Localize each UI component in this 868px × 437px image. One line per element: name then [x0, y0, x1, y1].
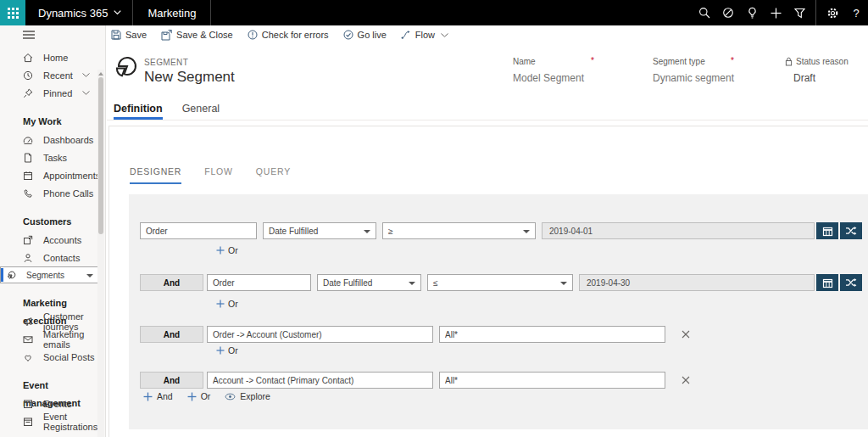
sidebar-item-accounts[interactable]: Accounts [0, 231, 105, 249]
document-icon [23, 153, 33, 163]
chevron-down-icon [82, 73, 90, 77]
attribute-select[interactable]: Date Fulfilled [263, 222, 376, 239]
quick-create-button[interactable] [764, 0, 787, 25]
search-icon [698, 7, 710, 19]
chevron-down-icon [114, 10, 121, 15]
sidebar-item-appointments[interactable]: Appointments [0, 166, 105, 184]
calendar-icon [23, 171, 33, 181]
relationship-path-input[interactable] [207, 372, 433, 389]
topbar-divider [815, 0, 816, 25]
sidebar-item-segments[interactable]: Segments [0, 266, 99, 283]
sidebar-collapse-button[interactable] [23, 31, 35, 39]
sidebar-item-customer-journeys[interactable]: Customer journeys [0, 312, 105, 330]
sidebar-item-dashboards[interactable]: Dashboards [0, 131, 105, 148]
suggestions-button[interactable] [740, 0, 764, 25]
calendar-button[interactable] [816, 274, 838, 291]
required-marker: * [591, 56, 594, 65]
add-or-link[interactable]: Or [216, 245, 238, 255]
help-button[interactable]: ? [844, 0, 868, 25]
value-field [579, 274, 862, 291]
sidebar-item-event-registrations[interactable]: Event Registrations [0, 412, 105, 430]
sidebar-item-pinned[interactable]: Pinned [0, 84, 105, 102]
explore-link[interactable]: Explore [225, 391, 270, 401]
tab-query[interactable]: QUERY [256, 166, 291, 184]
date-input[interactable] [542, 222, 815, 239]
tab-designer[interactable]: DESIGNER [130, 166, 181, 184]
search-button[interactable] [693, 0, 716, 25]
clock-icon [23, 70, 33, 81]
tab-definition[interactable]: Definition [114, 103, 163, 120]
sidebar-item-social-posts[interactable]: Social Posts [0, 348, 105, 366]
value-field [542, 222, 862, 239]
tab-flow[interactable]: FLOW [204, 166, 233, 184]
save-close-icon [161, 30, 172, 41]
app-launcher-button[interactable] [0, 0, 25, 25]
segment-type-field-value[interactable]: Dynamic segment [653, 72, 780, 84]
operator-select[interactable]: ≤ [427, 274, 573, 291]
lock-icon [785, 57, 793, 66]
calendar-icon [822, 226, 833, 237]
plus-icon [216, 346, 225, 355]
relationship-path-input[interactable] [207, 326, 433, 343]
go-live-button[interactable]: Go live [343, 30, 387, 40]
guided-tasks-button[interactable] [716, 0, 740, 25]
sidebar-item-recent[interactable]: Recent [0, 66, 105, 84]
form-tab-strip: Definition General [107, 100, 868, 120]
conjunction-toggle[interactable]: And [140, 326, 203, 343]
megaphone-icon [23, 317, 33, 327]
check-for-errors-button[interactable]: Check for errors [248, 30, 329, 40]
page-title: New Segment [144, 69, 235, 86]
sidebar-scrollbar[interactable] [97, 70, 104, 437]
entity-input[interactable] [140, 222, 257, 239]
sidebar-item-events[interactable]: Events [0, 395, 105, 412]
error-check-icon [248, 30, 258, 40]
compass-icon [722, 7, 734, 19]
sidebar-item-tasks[interactable]: Tasks [0, 148, 105, 166]
save-button[interactable]: Save [111, 30, 147, 40]
attribute-select[interactable]: Date Fulfilled [317, 274, 421, 291]
accounts-icon [23, 235, 33, 245]
relationship-value-input[interactable] [439, 326, 665, 343]
shuffle-icon [845, 226, 857, 236]
tab-general[interactable]: General [182, 103, 220, 120]
required-marker: * [731, 56, 734, 65]
add-and-link[interactable]: And [143, 391, 173, 401]
pie-chart-icon [6, 270, 16, 280]
advanced-find-button[interactable] [787, 0, 811, 25]
heart-icon [23, 352, 33, 362]
sidebar-item-phone-calls[interactable]: Phone Calls [0, 184, 105, 202]
sidebar-item-label: Tasks [43, 153, 67, 163]
date-input[interactable] [579, 274, 815, 291]
filter-icon [794, 8, 805, 19]
entity-input[interactable] [207, 274, 311, 291]
calendar-button[interactable] [816, 222, 838, 239]
settings-button[interactable] [821, 0, 844, 25]
sidebar-item-marketing-emails[interactable]: Marketing emails [0, 330, 105, 348]
person-icon [23, 253, 33, 263]
flow-button[interactable]: Flow [401, 30, 448, 40]
plus-icon [216, 300, 225, 308]
brand-switcher[interactable]: Dynamics 365 [38, 7, 121, 20]
conjunction-toggle[interactable]: And [140, 274, 203, 291]
name-field-value[interactable]: Model Segment [513, 72, 640, 84]
shuffle-button[interactable] [840, 222, 862, 239]
shuffle-icon [845, 277, 857, 288]
current-app-tab[interactable]: Marketing [132, 0, 211, 25]
remove-row-button[interactable] [678, 372, 693, 389]
sidebar-item-home[interactable]: Home [0, 48, 105, 66]
relationship-value-input[interactable] [439, 372, 665, 389]
hamburger-icon [23, 31, 35, 39]
add-or-link[interactable]: Or [216, 345, 238, 356]
brand-label: Dynamics 365 [38, 7, 108, 20]
remove-row-button[interactable] [678, 326, 693, 343]
sidebar-scrollbar-thumb[interactable] [98, 77, 103, 234]
field-label: Name [513, 57, 536, 66]
add-or-link[interactable]: Or [216, 299, 238, 309]
sidebar-item-label: Dashboards [43, 135, 93, 145]
operator-select[interactable]: ≥ [382, 222, 536, 239]
save-and-close-button[interactable]: Save & Close [161, 30, 233, 41]
conjunction-toggle[interactable]: And [140, 372, 203, 389]
shuffle-button[interactable] [840, 274, 862, 291]
sidebar-item-contacts[interactable]: Contacts [0, 249, 105, 266]
add-or-link[interactable]: Or [187, 391, 211, 401]
